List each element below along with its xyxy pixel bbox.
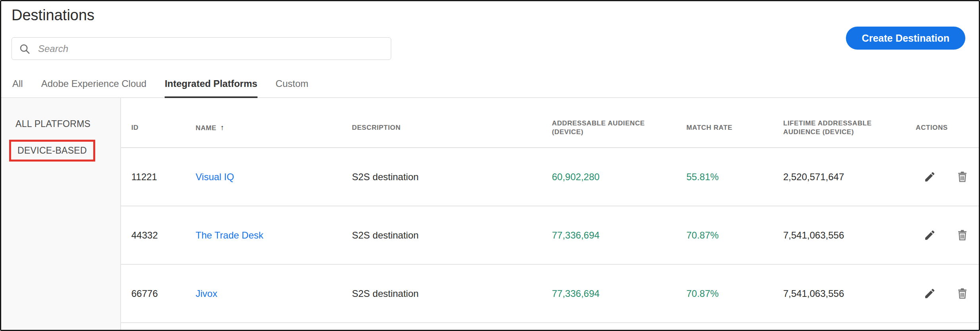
search-icon <box>19 43 31 55</box>
delete-button[interactable] <box>956 287 970 301</box>
pencil-icon <box>924 287 936 300</box>
sidebar-item-device-based[interactable]: DEVICE-BASED <box>9 140 95 162</box>
tab-adobe-experience-cloud[interactable]: Adobe Experience Cloud <box>41 78 147 97</box>
table-body: 11221 Visual IQ S2S destination 60,902,2… <box>121 148 979 323</box>
name-cell: The Trade Desk <box>196 230 352 241</box>
column-header-id[interactable]: ID <box>131 123 196 132</box>
sidebar: ALL PLATFORMS DEVICE-BASED <box>1 98 121 330</box>
create-destination-button[interactable]: Create Destination <box>846 27 965 50</box>
match-rate-cell: 70.87% <box>686 288 783 299</box>
description-cell: S2S destination <box>352 171 552 183</box>
column-header-actions: ACTIONS <box>916 123 979 132</box>
name-cell: Visual IQ <box>196 171 352 183</box>
search-input[interactable] <box>12 37 391 60</box>
edit-button[interactable] <box>924 170 938 184</box>
platform-tabs: All Adobe Experience Cloud Integrated Pl… <box>1 78 979 98</box>
name-cell: Jivox <box>196 288 352 299</box>
main-content: ALL PLATFORMS DEVICE-BASED ID NAME↑ DESC… <box>1 98 979 330</box>
row-actions <box>916 287 979 301</box>
trash-icon <box>956 171 968 183</box>
column-header-addressable-audience[interactable]: ADDRESSABLE AUDIENCE (DEVICE) <box>552 119 686 137</box>
lifetime-audience-cell: 7,541,063,556 <box>783 230 916 241</box>
column-header-name-label: NAME <box>196 124 216 132</box>
match-rate-cell: 55.81% <box>686 171 783 183</box>
row-actions <box>916 170 979 184</box>
lifetime-audience-cell: 7,541,063,556 <box>783 288 916 299</box>
destination-name-link[interactable]: Jivox <box>196 288 217 299</box>
trash-icon <box>956 287 968 300</box>
table-row: 44332 The Trade Desk S2S destination 77,… <box>121 206 979 265</box>
column-header-name[interactable]: NAME↑ <box>196 123 352 133</box>
column-header-lifetime-audience[interactable]: LIFETIME ADDRESSABLE AUDIENCE (DEVICE) <box>783 119 916 137</box>
page-header: Destinations Create Destination <box>1 1 979 60</box>
column-header-description[interactable]: DESCRIPTION <box>352 123 552 132</box>
id-cell: 11221 <box>131 171 196 183</box>
destinations-page: Destinations Create Destination All Adob… <box>0 0 980 331</box>
id-cell: 44332 <box>131 230 196 241</box>
sort-ascending-icon: ↑ <box>220 123 224 132</box>
description-cell: S2S destination <box>352 230 552 241</box>
destinations-table: ID NAME↑ DESCRIPTION ADDRESSABLE AUDIENC… <box>121 98 979 330</box>
table-header-row: ID NAME↑ DESCRIPTION ADDRESSABLE AUDIENC… <box>121 98 979 148</box>
destination-name-link[interactable]: The Trade Desk <box>196 230 263 241</box>
search-box <box>12 37 391 60</box>
description-cell: S2S destination <box>352 288 552 299</box>
addressable-audience-cell: 77,336,694 <box>552 288 686 299</box>
destination-name-link[interactable]: Visual IQ <box>196 171 234 182</box>
tab-all[interactable]: All <box>12 78 23 97</box>
match-rate-cell: 70.87% <box>686 230 783 241</box>
delete-button[interactable] <box>956 170 970 184</box>
addressable-audience-cell: 60,902,280 <box>552 171 686 183</box>
lifetime-audience-cell: 2,520,571,647 <box>783 171 916 183</box>
table-row: 11221 Visual IQ S2S destination 60,902,2… <box>121 148 979 206</box>
tab-custom[interactable]: Custom <box>276 78 309 97</box>
trash-icon <box>956 229 968 241</box>
edit-button[interactable] <box>924 228 938 242</box>
row-actions <box>916 228 979 242</box>
sidebar-item-all-platforms[interactable]: ALL PLATFORMS <box>1 114 120 134</box>
id-cell: 66776 <box>131 288 196 299</box>
table-row: 66776 Jivox S2S destination 77,336,694 7… <box>121 265 979 323</box>
pencil-icon <box>924 171 936 183</box>
delete-button[interactable] <box>956 228 970 242</box>
tab-integrated-platforms[interactable]: Integrated Platforms <box>165 78 257 98</box>
page-title: Destinations <box>12 7 967 24</box>
edit-button[interactable] <box>924 287 938 301</box>
pencil-icon <box>924 229 936 241</box>
column-header-match-rate[interactable]: MATCH RATE <box>686 123 783 132</box>
addressable-audience-cell: 77,336,694 <box>552 230 686 241</box>
